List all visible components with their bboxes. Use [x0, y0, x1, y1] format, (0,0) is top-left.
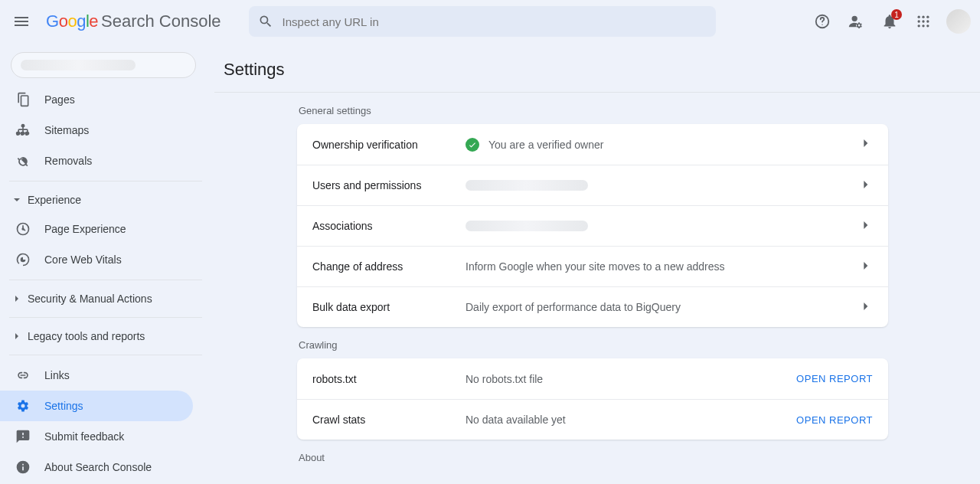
sidebar-item-pages[interactable]: Pages	[0, 84, 193, 115]
row-status: Inform Google when your site moves to a …	[466, 260, 858, 273]
open-report-button[interactable]: OPEN REPORT	[796, 414, 873, 426]
app-header: Google Search Console 1	[0, 0, 980, 43]
sidebar-item-label: Sitemaps	[44, 124, 89, 136]
product-name: Search Console	[101, 11, 221, 31]
row-status	[466, 180, 858, 191]
sidebar: Pages Sitemaps Removals Experience Page …	[0, 43, 214, 484]
sitemaps-icon	[15, 123, 31, 138]
sidebar-item-settings[interactable]: Settings	[0, 391, 193, 421]
svg-point-7	[926, 20, 929, 22]
chevron-right-icon	[11, 295, 23, 302]
sidebar-item-label: Pages	[44, 93, 75, 106]
row-status-text: Inform Google when your site moves to a …	[466, 260, 725, 273]
chevron-right-icon	[858, 258, 873, 276]
svg-point-4	[926, 16, 929, 18]
redacted-value	[466, 221, 588, 231]
chevron-right-icon	[858, 136, 873, 153]
sidebar-item-sitemaps[interactable]: Sitemaps	[0, 115, 193, 146]
row-label: Change of address	[312, 260, 466, 273]
settings-row[interactable]: Bulk data exportDaily export of performa…	[297, 286, 888, 327]
svg-point-9	[922, 25, 924, 27]
section-security[interactable]: Security & Manual Actions	[0, 285, 214, 312]
row-status	[466, 221, 858, 231]
settings-row[interactable]: Crawl statsNo data available yetOPEN REP…	[297, 399, 888, 440]
section-legacy[interactable]: Legacy tools and reports	[0, 322, 214, 350]
svg-point-1	[822, 24, 822, 25]
feedback-icon	[15, 429, 31, 444]
sidebar-item-feedback[interactable]: Submit feedback	[0, 421, 193, 452]
svg-point-10	[926, 25, 929, 27]
hamburger-icon	[12, 12, 31, 31]
row-label: Ownership verification	[312, 139, 466, 151]
section-experience[interactable]: Experience	[0, 186, 214, 214]
group-label: General settings	[299, 105, 888, 116]
help-icon	[814, 13, 831, 30]
sidebar-item-label: About Search Console	[44, 461, 152, 473]
settings-row[interactable]: Ownership verificationYou are a verified…	[297, 124, 888, 165]
chevron-right-icon	[858, 299, 873, 316]
row-status: No robots.txt file	[466, 373, 796, 385]
apps-grid-icon	[916, 14, 931, 29]
core-web-vitals-icon	[15, 252, 31, 267]
account-avatar[interactable]	[946, 9, 971, 34]
sidebar-item-page-experience[interactable]: Page Experience	[0, 214, 193, 244]
logo[interactable]: Google Search Console	[46, 11, 221, 31]
row-status-text: No data available yet	[466, 414, 566, 426]
chevron-right-icon	[858, 217, 873, 235]
sidebar-item-links[interactable]: Links	[0, 360, 193, 391]
group-label: About	[299, 452, 888, 463]
page-title: Settings	[220, 43, 971, 92]
links-icon	[15, 368, 31, 383]
row-status: Daily export of performance data to BigQ…	[466, 301, 858, 313]
user-settings-button[interactable]	[841, 6, 871, 37]
open-report-button[interactable]: OPEN REPORT	[796, 373, 873, 384]
google-logo-text: Google	[46, 11, 98, 31]
pages-icon	[15, 92, 31, 107]
redacted-value	[466, 180, 588, 191]
url-inspection-input[interactable]	[283, 15, 707, 28]
sidebar-item-removals[interactable]: Removals	[0, 146, 193, 176]
removals-icon	[15, 153, 31, 168]
sidebar-item-label: Page Experience	[44, 223, 126, 235]
settings-row[interactable]: Change of addressInform Google when your…	[297, 246, 888, 286]
notifications-button[interactable]: 1	[874, 6, 905, 37]
notification-badge: 1	[891, 9, 902, 20]
row-status: You are a verified owner	[466, 138, 858, 152]
row-status: No data available yet	[466, 414, 796, 426]
gear-icon	[15, 398, 31, 414]
svg-point-2	[918, 16, 920, 18]
sidebar-item-label: Settings	[44, 400, 83, 412]
row-status-text: Daily export of performance data to BigQ…	[466, 301, 681, 313]
row-label: Associations	[312, 220, 466, 232]
sidebar-item-core-web-vitals[interactable]: Core Web Vitals	[0, 244, 193, 275]
section-label: Experience	[28, 194, 81, 206]
section-label: Legacy tools and reports	[28, 330, 145, 342]
sidebar-item-about[interactable]: About Search Console	[0, 452, 193, 482]
main-content: Settings General settingsOwnership verif…	[214, 43, 980, 484]
sidebar-item-label: Core Web Vitals	[44, 253, 122, 266]
chevron-right-icon	[858, 177, 873, 195]
svg-point-3	[922, 16, 924, 18]
search-icon	[258, 14, 273, 29]
row-status-text: You are a verified owner	[488, 139, 603, 151]
settings-row[interactable]: Users and permissions	[297, 165, 888, 205]
row-label: Bulk data export	[312, 301, 466, 313]
row-label: Users and permissions	[312, 179, 466, 191]
svg-point-5	[918, 20, 920, 22]
chevron-right-icon	[11, 332, 23, 340]
apps-button[interactable]	[908, 6, 939, 37]
svg-point-8	[918, 25, 920, 27]
property-selector[interactable]	[11, 52, 196, 78]
row-label: Crawl stats	[312, 414, 466, 426]
url-inspection-searchbar[interactable]	[249, 6, 716, 37]
help-button[interactable]	[807, 6, 838, 37]
header-actions: 1	[807, 6, 971, 37]
menu-button[interactable]	[6, 6, 37, 37]
section-label: Security & Manual Actions	[28, 293, 152, 305]
group-label: Crawling	[299, 339, 888, 351]
user-gear-icon	[848, 13, 864, 30]
settings-card: Ownership verificationYou are a verified…	[297, 124, 888, 327]
settings-row[interactable]: robots.txtNo robots.txt fileOPEN REPORT	[297, 358, 888, 399]
settings-card: robots.txtNo robots.txt fileOPEN REPORTC…	[297, 358, 888, 440]
settings-row[interactable]: Associations	[297, 205, 888, 246]
